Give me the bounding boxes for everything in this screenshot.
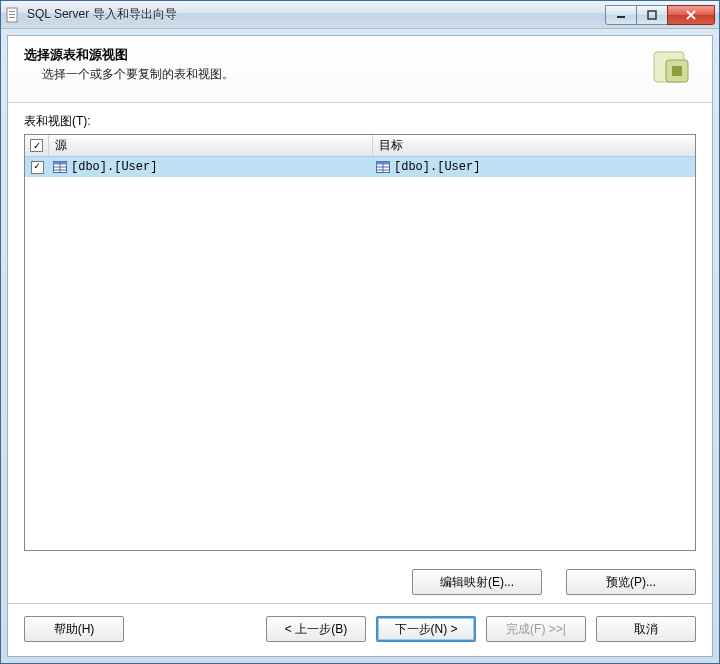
window-title: SQL Server 导入和导出向导 xyxy=(27,6,606,23)
svg-rect-8 xyxy=(672,66,682,76)
svg-rect-3 xyxy=(9,17,15,18)
header-checkbox-cell[interactable]: ✓ xyxy=(25,135,49,156)
wizard-icon xyxy=(648,46,696,94)
close-button[interactable] xyxy=(667,5,715,25)
window-controls xyxy=(606,5,715,25)
app-icon xyxy=(5,7,21,23)
row-target-text: [dbo].[User] xyxy=(394,160,480,174)
wizard-header: 选择源表和源视图 选择一个或多个要复制的表和视图。 xyxy=(8,36,712,103)
mapping-buttons: 编辑映射(E)... 预览(P)... xyxy=(8,559,712,599)
grid-header: ✓ 源 目标 xyxy=(25,135,695,157)
row-source-text: [dbo].[User] xyxy=(71,160,157,174)
content-panel: 选择源表和源视图 选择一个或多个要复制的表和视图。 表和视图(T): xyxy=(7,35,713,657)
svg-rect-4 xyxy=(617,16,625,18)
window-frame: 选择源表和源视图 选择一个或多个要复制的表和视图。 表和视图(T): xyxy=(1,29,719,663)
finish-button: 完成(F) >>| xyxy=(486,616,586,642)
back-button[interactable]: < 上一步(B) xyxy=(266,616,366,642)
table-icon xyxy=(53,161,67,173)
next-button[interactable]: 下一步(N) > xyxy=(376,616,476,642)
svg-rect-2 xyxy=(9,14,15,15)
row-checkbox-cell[interactable]: ✓ xyxy=(25,161,49,174)
column-target[interactable]: 目标 xyxy=(373,135,696,156)
page-title: 选择源表和源视图 xyxy=(24,46,640,64)
titlebar: SQL Server 导入和导出向导 xyxy=(1,1,719,29)
row-checkbox[interactable]: ✓ xyxy=(31,161,44,174)
maximize-button[interactable] xyxy=(636,5,668,25)
column-source[interactable]: 源 xyxy=(49,135,373,156)
tables-grid[interactable]: ✓ 源 目标 ✓ xyxy=(24,134,696,551)
grid-body: ✓ xyxy=(25,157,695,550)
select-all-checkbox[interactable]: ✓ xyxy=(30,139,43,152)
help-button[interactable]: 帮助(H) xyxy=(24,616,124,642)
preview-button[interactable]: 预览(P)... xyxy=(566,569,696,595)
svg-rect-1 xyxy=(9,11,15,12)
table-icon xyxy=(376,161,390,173)
wizard-footer: 帮助(H) < 上一步(B) 下一步(N) > 完成(F) >>| 取消 xyxy=(8,604,712,656)
cancel-button[interactable]: 取消 xyxy=(596,616,696,642)
wizard-body: 表和视图(T): ✓ 源 目标 ✓ xyxy=(8,103,712,559)
table-label: 表和视图(T): xyxy=(24,113,696,130)
svg-rect-5 xyxy=(648,11,656,19)
table-row[interactable]: ✓ xyxy=(25,157,695,177)
edit-mapping-button[interactable]: 编辑映射(E)... xyxy=(412,569,542,595)
row-source-cell: [dbo].[User] xyxy=(49,160,372,174)
minimize-button[interactable] xyxy=(605,5,637,25)
page-subtitle: 选择一个或多个要复制的表和视图。 xyxy=(24,66,640,83)
row-target-cell[interactable]: [dbo].[User] xyxy=(372,160,695,174)
wizard-window: SQL Server 导入和导出向导 选择源表和源视图 选择一个或多个要复制的表… xyxy=(0,0,720,664)
